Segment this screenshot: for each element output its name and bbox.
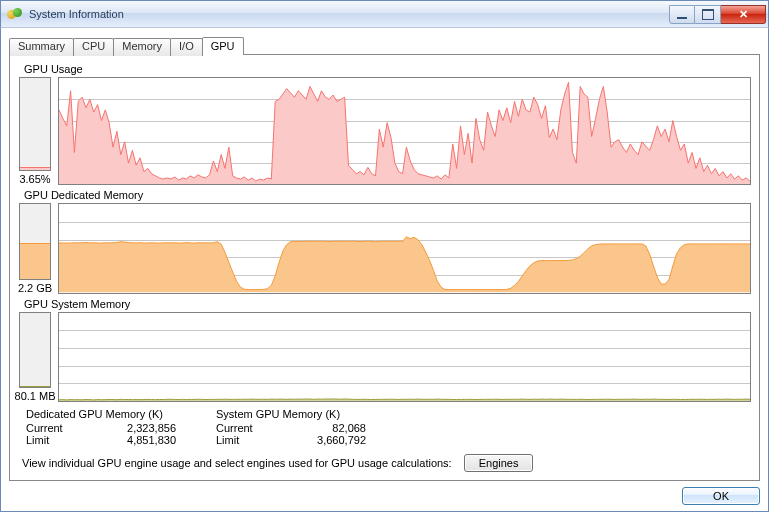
tab-io[interactable]: I/O — [170, 38, 203, 56]
tab-cpu[interactable]: CPU — [73, 38, 114, 56]
gpu-usage-mini-fill — [20, 167, 50, 170]
engine-row: View individual GPU engine usage and sel… — [22, 454, 751, 472]
gpu-system-chart — [58, 312, 751, 402]
gpu-dedicated-value: 2.2 GB — [18, 282, 52, 294]
tab-panel-gpu: GPU Usage 3.65% GPU Dedicated Memory 2.2… — [9, 54, 760, 481]
window-buttons — [669, 5, 766, 24]
app-icon — [7, 6, 23, 22]
tab-memory[interactable]: Memory — [113, 38, 171, 56]
gpu-system-label: GPU System Memory — [24, 298, 751, 310]
system-limit-label: Limit — [216, 434, 276, 446]
engine-text: View individual GPU engine usage and sel… — [22, 457, 452, 469]
system-mem-header: System GPU Memory (K) — [216, 408, 366, 420]
tab-summary[interactable]: Summary — [9, 38, 74, 56]
gpu-dedicated-mini: 2.2 GB — [18, 203, 52, 293]
gpu-system-value: 80.1 MB — [15, 390, 56, 402]
dedicated-mem-header: Dedicated GPU Memory (K) — [26, 408, 176, 420]
gpu-usage-mini: 3.65% — [18, 77, 52, 185]
gpu-usage-label: GPU Usage — [24, 63, 751, 75]
dedicated-limit-label: Limit — [26, 434, 86, 446]
gpu-usage-value: 3.65% — [19, 173, 50, 185]
tabstrip: Summary CPU Memory I/O GPU — [9, 36, 760, 54]
system-current-label: Current — [216, 422, 276, 434]
dedicated-current-value: 2,323,856 — [86, 422, 176, 434]
system-limit-value: 3,660,792 — [276, 434, 366, 446]
titlebar[interactable]: System Information — [0, 0, 769, 28]
gpu-dedicated-chart — [58, 203, 751, 293]
gpu-dedicated-mini-fill — [20, 243, 50, 279]
engines-button[interactable]: Engines — [464, 454, 534, 472]
tab-gpu[interactable]: GPU — [202, 37, 244, 55]
dedicated-current-label: Current — [26, 422, 86, 434]
gpu-system-mini: 80.1 MB — [18, 312, 52, 402]
gpu-usage-chart — [58, 77, 751, 185]
gpu-system-mini-fill — [20, 386, 50, 387]
gpu-dedicated-label: GPU Dedicated Memory — [24, 189, 751, 201]
ok-button[interactable]: OK — [682, 487, 760, 505]
bottom-bar: OK — [9, 481, 760, 505]
client-area: Summary CPU Memory I/O GPU GPU Usage 3.6… — [0, 28, 769, 512]
system-current-value: 82,068 — [276, 422, 366, 434]
window-title: System Information — [29, 8, 669, 20]
maximize-button[interactable] — [695, 5, 721, 24]
close-button[interactable] — [721, 5, 766, 24]
stats-block: Dedicated GPU Memory (K) Current 2,323,8… — [26, 408, 751, 446]
dedicated-limit-value: 4,851,830 — [86, 434, 176, 446]
minimize-button[interactable] — [669, 5, 695, 24]
